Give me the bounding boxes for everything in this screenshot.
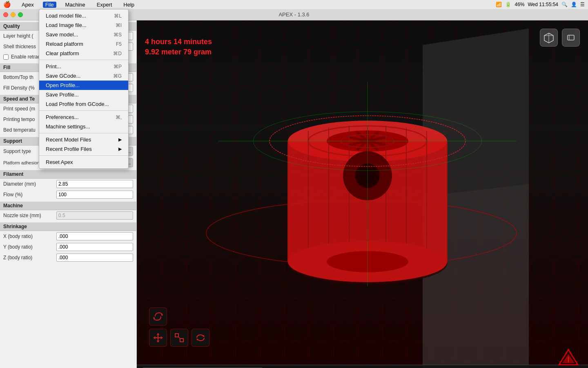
bottom-icon-row: [149, 329, 209, 347]
menu-print-shortcut: ⌘P: [114, 64, 122, 70]
close-button[interactable]: [3, 12, 8, 17]
material-text: 9.92 meter 79 gram: [145, 47, 212, 57]
minimize-button[interactable]: [11, 12, 16, 17]
battery-percent: 46%: [514, 2, 524, 7]
menu-save-model-shortcut: ⌘S: [114, 32, 122, 38]
menu-separator-2: [39, 110, 128, 111]
filament-section-header: Filament: [0, 170, 136, 179]
menu-load-image-label: Load Image file...: [46, 22, 87, 28]
menu-reset-apex-label: Reset Apex: [46, 159, 73, 165]
shrinkage-y-label: Y (body ratio): [3, 244, 56, 250]
menu-reload-platform-shortcut: F5: [116, 41, 122, 47]
menu-load-image[interactable]: Load Image file... ⌘I: [39, 20, 128, 30]
menu-reset-apex[interactable]: Reset Apex: [39, 157, 128, 167]
list-icon: ☰: [580, 2, 585, 7]
shrinkage-z-row: Z (body ratio): [0, 252, 136, 263]
move-object-icon[interactable]: [149, 329, 167, 347]
menu-recent-profile-arrow: ▶: [118, 146, 122, 152]
search-icon[interactable]: 🔍: [561, 2, 568, 7]
menu-recent-model-arrow: ▶: [118, 137, 122, 142]
clock: Wed 11:55:54: [528, 2, 558, 7]
menu-load-model-label: Load model file...: [46, 13, 86, 19]
menu-clear-platform-label: Clear platform: [46, 50, 79, 56]
menubar: 🍎 Apex File Machine Expert Help 📶 🔋 46% …: [0, 0, 588, 9]
diameter-label: Diameter (mm): [3, 181, 56, 187]
menu-load-model-shortcut: ⌘L: [114, 13, 122, 19]
menu-clear-platform[interactable]: Clear platform ⌘D: [39, 49, 128, 58]
svg-rect-40: [568, 35, 574, 40]
menu-preferences-shortcut: ⌘,: [116, 114, 122, 120]
menu-separator-1: [39, 60, 128, 60]
nozzle-size-label: Nozzle size (mm): [3, 213, 56, 218]
menubar-item-expert[interactable]: Expert: [94, 2, 115, 8]
shrinkage-z-label: Z (body ratio): [3, 255, 56, 260]
user-icon: 👤: [571, 2, 577, 7]
svg-rect-51: [180, 339, 183, 342]
shrinkage-y-row: Y (body ratio): [0, 242, 136, 252]
menu-preferences-label: Preferences...: [46, 114, 79, 120]
menu-load-image-shortcut: ⌘I: [116, 22, 122, 28]
menu-save-gcode-shortcut: ⌘G: [113, 73, 122, 79]
shrinkage-x-label: X (body ratio): [3, 233, 56, 239]
shrinkage-section-header: Shrinkage: [0, 222, 136, 231]
menubar-item-help[interactable]: Help: [121, 2, 137, 8]
flow-input[interactable]: [56, 191, 133, 199]
menu-open-profile[interactable]: Open Profile...: [39, 81, 128, 90]
menubar-item-file[interactable]: File: [43, 2, 56, 8]
file-menu-dropdown: Load model file... ⌘L Load Image file...…: [39, 9, 129, 169]
menu-separator-4: [39, 155, 128, 156]
menu-save-model-label: Save model...: [46, 31, 78, 38]
menu-reload-platform[interactable]: Reload platform F5: [39, 39, 128, 49]
menu-machine-settings-label: Machine settings...: [46, 123, 90, 130]
battery-icon: 🔋: [505, 2, 511, 7]
menu-save-gcode-label: Save GCode...: [46, 73, 80, 79]
maximize-button[interactable]: [18, 12, 23, 17]
menu-save-profile-label: Save Profile...: [46, 92, 79, 98]
menu-preferences[interactable]: Preferences... ⌘,: [39, 112, 128, 122]
rotate-object-icon[interactable]: [149, 307, 167, 325]
print-time-overlay: 4 hours 14 minutes 9.92 meter 79 gram: [145, 37, 212, 57]
diameter-input[interactable]: [56, 180, 133, 188]
flow-row: Flow (%): [0, 189, 136, 200]
rotate-small-icon[interactable]: [192, 329, 209, 347]
menu-print-label: Print...: [46, 63, 61, 70]
menu-save-gcode[interactable]: Save GCode... ⌘G: [39, 71, 128, 81]
cube-view-icon[interactable]: [540, 29, 558, 47]
menu-machine-settings[interactable]: Machine settings...: [39, 122, 128, 131]
menu-recent-model-label: Recent Model Files: [46, 137, 91, 143]
viewport[interactable]: 4 hours 14 minutes 9.92 meter 79 gram: [137, 20, 588, 368]
svg-line-52: [178, 337, 180, 339]
nozzle-size-row: Nozzle size (mm): [0, 210, 136, 221]
enable-retract-checkbox[interactable]: [3, 54, 9, 60]
menubar-right: 📶 🔋 46% Wed 11:55:54 🔍 👤 ☰: [496, 2, 585, 7]
wifi-icon: 📶: [496, 2, 502, 7]
shrinkage-x-row: X (body ratio): [0, 231, 136, 242]
apex-logo: [557, 348, 580, 368]
menu-recent-model[interactable]: Recent Model Files ▶: [39, 135, 128, 144]
shrinkage-y-input[interactable]: [56, 243, 133, 251]
menu-print[interactable]: Print... ⌘P: [39, 62, 128, 71]
menu-recent-profile-label: Recent Profile Files: [46, 146, 92, 152]
menu-save-model[interactable]: Save model... ⌘S: [39, 30, 128, 39]
window-title: APEX - 1.3.6: [278, 11, 309, 18]
scale-object-icon[interactable]: [170, 329, 188, 347]
machine-section-header: Machine: [0, 202, 136, 210]
menu-save-profile[interactable]: Save Profile...: [39, 90, 128, 99]
svg-rect-50: [175, 334, 178, 337]
apple-menu[interactable]: 🍎: [3, 1, 11, 8]
nozzle-size-input: [56, 211, 133, 220]
menubar-item-apex[interactable]: Apex: [19, 2, 36, 8]
menu-load-profile-gcode-label: Load Profile from GCode...: [46, 101, 109, 107]
shrinkage-z-input[interactable]: [56, 254, 133, 262]
menu-recent-profile[interactable]: Recent Profile Files ▶: [39, 144, 128, 154]
viewport-top-icons: [540, 29, 580, 47]
menu-open-profile-label: Open Profile...: [46, 82, 80, 88]
menu-load-model[interactable]: Load model file... ⌘L: [39, 11, 128, 20]
print-time-text: 4 hours 14 minutes: [145, 37, 212, 47]
menu-reload-platform-label: Reload platform: [46, 41, 83, 47]
shrinkage-x-input[interactable]: [56, 232, 133, 240]
menu-load-profile-gcode[interactable]: Load Profile from GCode...: [39, 99, 128, 109]
menubar-item-machine[interactable]: Machine: [63, 2, 88, 8]
rotate-view-icon[interactable]: [562, 29, 580, 47]
diameter-row: Diameter (mm): [0, 179, 136, 189]
